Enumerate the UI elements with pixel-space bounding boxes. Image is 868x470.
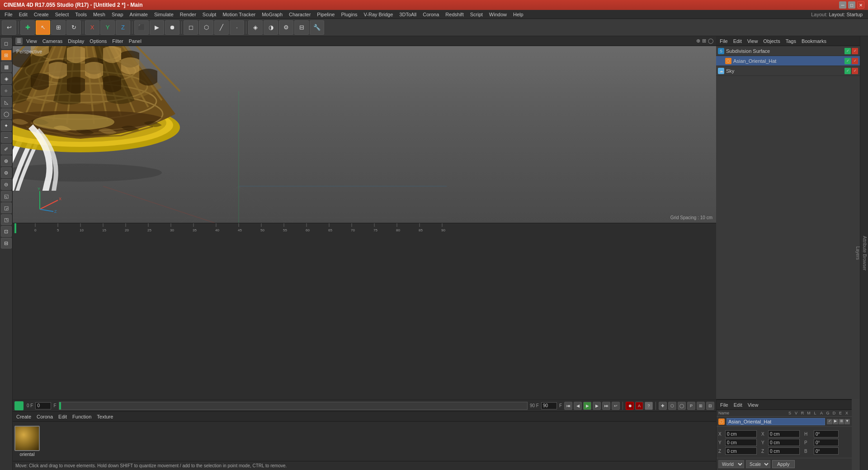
tool-generator[interactable]: ⟐ [1, 85, 12, 96]
obj-sky-render-button[interactable]: ✓ [852, 68, 858, 74]
view-button[interactable]: ⊟ [294, 20, 309, 35]
menu-create[interactable]: Create [31, 11, 52, 18]
tool-camera[interactable]: ◯ [1, 108, 12, 119]
om-menu-edit[interactable]: Edit [731, 38, 744, 44]
tool-paint[interactable]: ⊝ [1, 179, 12, 190]
move-tool-button[interactable]: ↖ [36, 20, 50, 35]
minimize-button[interactable]: ─ [839, 1, 846, 9]
mat-menu-function[interactable]: Function [71, 414, 93, 420]
om-menu-bookmarks[interactable]: Bookmarks [800, 38, 828, 44]
coord-z-pos2[interactable] [768, 447, 800, 455]
menu-pipeline[interactable]: Pipeline [314, 11, 337, 18]
om-menu-view[interactable]: View [745, 38, 760, 44]
tool-weld[interactable]: ◳ [1, 214, 12, 225]
texture-mode-button[interactable]: ◈ [248, 20, 263, 35]
menu-script[interactable]: Script [467, 11, 486, 18]
go-end-button[interactable]: ⏭ [602, 402, 610, 410]
snap-button[interactable]: 🔧 [310, 20, 324, 35]
om-menu-tags[interactable]: Tags [784, 38, 798, 44]
world-dropdown[interactable]: World Object [718, 460, 744, 468]
attr-icon-1[interactable]: ✓ [827, 419, 832, 424]
next-frame-button[interactable]: ▶ [593, 402, 601, 410]
edge-mode-button[interactable]: ╱ [214, 20, 229, 35]
prev-frame-button[interactable]: ◀ [574, 402, 582, 410]
key-circle-button[interactable]: ◯ [678, 402, 686, 410]
tool-light[interactable]: ✦ [1, 120, 12, 131]
menu-window[interactable]: Window [486, 11, 509, 18]
menu-simulate[interactable]: Simulate [151, 11, 176, 18]
end-frame-input[interactable] [541, 402, 557, 409]
scale-dropdown[interactable]: Scale [746, 460, 770, 468]
go-start-button[interactable]: ⏮ [564, 402, 572, 410]
tool-knife[interactable]: ⊛ [1, 155, 12, 166]
attr-icon-2[interactable]: ▶ [833, 419, 838, 424]
obj-item-subdivision[interactable]: S Subdivision Surface ✓ ✓ [716, 46, 860, 56]
obj-hat-vis-button[interactable]: ✓ [844, 58, 851, 64]
menu-3dtoall[interactable]: 3DToAll [396, 11, 419, 18]
viewport-icon-1[interactable]: ⊕ [696, 38, 700, 44]
tool-select[interactable]: ⊞ [1, 50, 12, 61]
mat-menu-create[interactable]: Create [14, 414, 33, 420]
maximize-button[interactable]: □ [848, 1, 855, 9]
menu-vray[interactable]: V-Ray Bridge [361, 11, 396, 18]
timeline-bar[interactable] [59, 402, 528, 410]
key-add-button[interactable]: ✚ [659, 402, 667, 410]
auto-key-button[interactable]: A [635, 402, 643, 410]
frame-input[interactable] [35, 402, 51, 409]
key-help-button[interactable]: ? [645, 402, 653, 410]
record-button[interactable]: ⏺ [626, 402, 634, 410]
rotate-tool-button[interactable]: ↻ [66, 20, 81, 35]
attr-icon-4[interactable]: ▼ [844, 419, 850, 424]
x-axis-button[interactable]: X [85, 20, 99, 35]
tool-pen[interactable]: ✐ [1, 144, 12, 155]
attr-menu-view[interactable]: View [746, 402, 760, 408]
key-settings-button[interactable]: ⊟ [706, 402, 714, 410]
menu-character[interactable]: Character [286, 11, 313, 18]
z-axis-button[interactable]: Z [116, 20, 130, 35]
menu-file[interactable]: File [2, 11, 15, 18]
menu-mograph[interactable]: MoGraph [259, 11, 285, 18]
coord-z-pos[interactable] [725, 447, 757, 455]
mat-menu-texture[interactable]: Texture [95, 414, 115, 420]
tool-extra[interactable]: ⊟ [1, 238, 12, 249]
tool-dissolve[interactable]: ⊡ [1, 226, 12, 237]
key-grid-button[interactable]: ⊞ [697, 402, 705, 410]
viewport-menu-panel[interactable]: Panel [127, 38, 143, 44]
apply-button[interactable]: Apply [772, 460, 795, 468]
render-view-button[interactable]: ▶ [150, 20, 164, 35]
coord-b-val[interactable] [814, 447, 839, 455]
menu-corona[interactable]: Corona [420, 11, 442, 18]
attr-tab-layers[interactable]: Layers [854, 243, 861, 263]
loop-button[interactable]: ↩ [612, 402, 620, 410]
attr-icon-3[interactable]: ⊞ [839, 419, 844, 424]
menu-animate[interactable]: Animate [127, 11, 151, 18]
material-thumbnail[interactable] [14, 426, 40, 451]
tool-null[interactable]: ─ [1, 132, 12, 143]
tool-magnet[interactable]: ◱ [1, 191, 12, 202]
attr-obj-name[interactable]: Asian_Oriental_Hat [726, 418, 825, 425]
obj-hat-render-button[interactable]: ✓ [852, 58, 858, 64]
obj-vis-button[interactable]: ✓ [844, 48, 851, 54]
obj-item-hat[interactable]: ⬡ Asian_Oriental_Hat ✓ ✓ [716, 56, 860, 66]
obj-sky-vis-button[interactable]: ✓ [844, 68, 851, 74]
material-item[interactable]: oriental [14, 426, 40, 457]
attr-tab-browser[interactable]: Attribute Browser [861, 232, 868, 274]
y-axis-button[interactable]: Y [100, 20, 115, 35]
viewport-menu-cameras[interactable]: Cameras [41, 38, 65, 44]
coord-y-pos[interactable] [725, 439, 757, 446]
menu-mesh[interactable]: Mesh [90, 11, 108, 18]
menu-render[interactable]: Render [177, 11, 199, 18]
tool-polygon[interactable]: ▦ [1, 61, 12, 72]
menu-help[interactable]: Help [510, 11, 526, 18]
tool-smooth[interactable]: ◲ [1, 202, 12, 213]
viewport-menu-options[interactable]: Options [88, 38, 108, 44]
obj-item-sky[interactable]: ☁ Sky ✓ ✓ [716, 66, 860, 76]
render-region-button[interactable]: ⬛ [134, 20, 149, 35]
menu-motiontracker[interactable]: Motion Tracker [220, 11, 258, 18]
tool-brush[interactable]: ⊜ [1, 167, 12, 178]
viewport-menu-view[interactable]: View [24, 38, 39, 44]
mat-menu-corona[interactable]: Corona [35, 414, 55, 420]
menu-edit[interactable]: Edit [16, 11, 30, 18]
polygon-mode-button[interactable]: ⬡ [199, 20, 213, 35]
tool-deformer[interactable]: ◺ [1, 97, 12, 108]
